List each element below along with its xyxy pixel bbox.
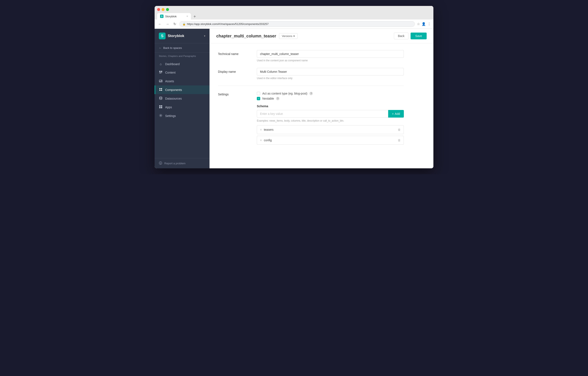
settings-label: Settings bbox=[218, 92, 252, 96]
sidebar-nav: ⌂ Dashboard Content Assets bbox=[155, 59, 210, 158]
schema-item-name: teasers bbox=[264, 128, 396, 131]
report-icon bbox=[159, 161, 162, 165]
close-button[interactable] bbox=[157, 8, 160, 11]
components-icon bbox=[159, 88, 163, 92]
sidebar-item-label: Content bbox=[165, 71, 176, 74]
nestable-help-icon[interactable]: ? bbox=[276, 97, 279, 100]
content-type-checkbox-row: Act as content type (eg. blog-post) ? bbox=[257, 92, 404, 95]
nestable-checkbox-row: ✓ Nestable ? bbox=[257, 97, 404, 100]
settings-icon bbox=[159, 114, 163, 118]
versions-button[interactable]: Versions ▾ bbox=[279, 33, 298, 39]
display-name-field: Used in the editor interface only bbox=[257, 68, 404, 80]
lock-icon: 🔒 bbox=[182, 23, 186, 26]
sidebar-footer: Report a problem bbox=[155, 158, 210, 168]
tab-favicon: S bbox=[160, 15, 163, 18]
sidebar-item-dashboard[interactable]: ⌂ Dashboard bbox=[155, 60, 210, 68]
address-bar: ← → ↻ 🔒 https://app.storyblok.com/#!/me/… bbox=[155, 20, 433, 29]
svg-rect-4 bbox=[159, 80, 162, 82]
page-title: chapter_multi_column_teaser bbox=[216, 34, 276, 38]
display-name-hint: Used in the editor interface only bbox=[257, 77, 404, 80]
add-label: Add bbox=[395, 112, 400, 115]
svg-rect-17 bbox=[159, 107, 160, 108]
add-schema-button[interactable]: + Add bbox=[388, 110, 404, 118]
dashboard-icon: ⌂ bbox=[159, 62, 163, 66]
delete-config-button[interactable]: 🗑 bbox=[398, 139, 401, 142]
main-body: Technical name Used in the content json … bbox=[210, 43, 433, 153]
profile-icon[interactable]: 👤 bbox=[421, 22, 426, 26]
bookmark-icon[interactable]: ☆ bbox=[417, 22, 420, 26]
forward-nav-button[interactable]: → bbox=[165, 22, 170, 26]
sidebar-title: Storyblok bbox=[168, 34, 184, 38]
content-type-checkbox[interactable] bbox=[257, 92, 260, 95]
svg-rect-18 bbox=[161, 107, 162, 108]
sidebar-item-settings[interactable]: Settings bbox=[155, 111, 210, 120]
nestable-checkbox[interactable]: ✓ bbox=[257, 97, 260, 100]
content-type-label: Act as content type (eg. blog-post) bbox=[262, 92, 307, 95]
new-tab-button[interactable]: + bbox=[192, 13, 198, 20]
sidebar-item-label: Assets bbox=[165, 79, 174, 83]
sidebar-item-assets[interactable]: Assets bbox=[155, 77, 210, 85]
sidebar-item-apps[interactable]: Apps bbox=[155, 103, 210, 111]
nestable-label: Nestable bbox=[262, 97, 274, 100]
technical-name-input[interactable] bbox=[257, 50, 404, 58]
schema-input-row: + Add bbox=[257, 110, 404, 118]
sidebar-item-label: Components bbox=[165, 88, 182, 92]
back-to-spaces-button[interactable]: ← Back to spaces bbox=[155, 43, 210, 53]
maximize-button[interactable] bbox=[166, 8, 169, 11]
svg-point-5 bbox=[161, 80, 162, 81]
sidebar: S Storyblok ▾ ← Back to spaces Stories, … bbox=[155, 29, 210, 168]
schema-item-teasers[interactable]: ≡ teasers 🗑 bbox=[257, 125, 404, 134]
svg-point-8 bbox=[159, 90, 160, 91]
schema-key-input[interactable] bbox=[257, 110, 388, 118]
tab-close-button[interactable]: × bbox=[187, 15, 188, 18]
schema-item-config[interactable]: ≡ config 🗑 bbox=[257, 136, 404, 145]
schema-section: Schema + Add Examples: news_items, body,… bbox=[257, 104, 404, 145]
schema-title: Schema bbox=[257, 104, 404, 108]
traffic-lights bbox=[157, 8, 431, 11]
main-header: chapter_multi_column_teaser Versions ▾ B… bbox=[210, 29, 433, 43]
svg-point-6 bbox=[159, 88, 160, 89]
svg-rect-3 bbox=[159, 73, 161, 73]
tab-bar: S Storyblok × + bbox=[157, 13, 431, 20]
technical-name-field: Used in the content json as component na… bbox=[257, 50, 404, 62]
schema-examples: Examples: news_items, body, columns, tit… bbox=[257, 119, 404, 122]
save-button[interactable]: Save bbox=[410, 33, 427, 39]
schema-item-name: config bbox=[264, 139, 396, 142]
svg-point-19 bbox=[160, 115, 161, 116]
add-icon: + bbox=[392, 112, 394, 115]
report-problem-button[interactable]: Report a problem bbox=[159, 161, 205, 165]
url-bar[interactable]: 🔒 https://app.storyblok.com/#!/me/spaces… bbox=[179, 21, 415, 27]
sidebar-chevron-icon[interactable]: ▾ bbox=[204, 34, 205, 37]
more-options-icon[interactable]: ⋮ bbox=[428, 22, 431, 26]
main-content: chapter_multi_column_teaser Versions ▾ B… bbox=[210, 29, 433, 168]
sidebar-item-content[interactable]: Content bbox=[155, 68, 210, 77]
delete-teasers-button[interactable]: 🗑 bbox=[398, 128, 401, 131]
content-type-help-icon[interactable]: ? bbox=[309, 92, 313, 95]
tab-title: Storyblok bbox=[165, 15, 177, 18]
sidebar-item-label: Apps bbox=[165, 106, 172, 109]
svg-rect-2 bbox=[159, 72, 162, 73]
back-nav-button[interactable]: ← bbox=[157, 22, 163, 26]
browser-chrome: S Storyblok × + bbox=[155, 6, 433, 20]
sidebar-item-label: Dashboard bbox=[165, 62, 180, 66]
url-text: https://app.storyblok.com/#!/me/spaces/5… bbox=[187, 22, 269, 26]
back-arrow-icon: ← bbox=[159, 46, 162, 49]
sidebar-item-components[interactable]: Components bbox=[155, 85, 210, 94]
apps-icon bbox=[159, 105, 163, 109]
display-name-row: Display name Used in the editor interfac… bbox=[218, 68, 404, 80]
back-to-spaces-label: Back to spaces bbox=[163, 46, 182, 49]
space-label: Stories, Chapters and Paragraphs bbox=[155, 53, 210, 59]
sidebar-header: S Storyblok ▾ bbox=[155, 29, 210, 43]
assets-icon bbox=[159, 79, 163, 83]
sidebar-item-datasources[interactable]: Datasources bbox=[155, 94, 210, 103]
drag-handle-icon: ≡ bbox=[260, 128, 262, 131]
app-layout: S Storyblok ▾ ← Back to spaces Stories, … bbox=[155, 29, 433, 168]
svg-rect-16 bbox=[161, 105, 162, 107]
back-button[interactable]: Back bbox=[394, 33, 409, 39]
section-divider bbox=[218, 86, 404, 86]
datasources-icon bbox=[159, 96, 163, 100]
active-tab[interactable]: S Storyblok × bbox=[157, 13, 191, 20]
display-name-input[interactable] bbox=[257, 68, 404, 76]
minimize-button[interactable] bbox=[162, 8, 165, 11]
refresh-button[interactable]: ↻ bbox=[172, 22, 177, 26]
